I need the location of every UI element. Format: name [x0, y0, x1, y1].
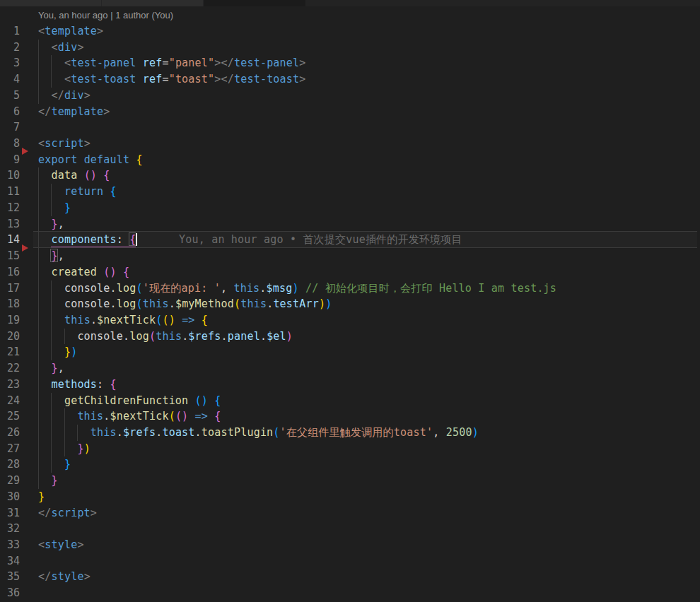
token-wh: [175, 314, 182, 326]
line-number[interactable]: 23: [0, 377, 20, 393]
code-line[interactable]: 3 <test-panel ref="panel"></test-panel>: [0, 55, 700, 71]
code-line[interactable]: 17 console.log('现在的api: ', this.$msg) //…: [0, 281, 700, 297]
codelens-blame-annotation[interactable]: You, an hour ago | 1 author (You): [38, 7, 173, 23]
code-line[interactable]: 11 return {: [0, 184, 700, 200]
code-line[interactable]: 5 </div>: [0, 88, 700, 104]
line-number[interactable]: 31: [0, 505, 20, 521]
code-line[interactable]: 23 methods: {: [0, 377, 700, 393]
token-fn: $nextTick: [97, 314, 156, 326]
line-number[interactable]: 11: [0, 184, 20, 200]
gutter-marker-red-triangle-icon[interactable]: [22, 244, 28, 252]
line-number[interactable]: 10: [0, 167, 20, 184]
code-line[interactable]: 13 },: [0, 216, 700, 232]
line-number[interactable]: 28: [0, 456, 20, 473]
code-line[interactable]: 21 }): [0, 344, 700, 360]
code-line[interactable]: 1<template>: [0, 23, 700, 40]
code-line[interactable]: 4 <test-toast ref="toast"></test-toast>: [0, 71, 700, 88]
code-line[interactable]: 15 },: [0, 248, 700, 264]
code-line[interactable]: 22 },: [0, 360, 700, 377]
code-line[interactable]: 28 }: [0, 456, 700, 473]
token-b1: (): [162, 314, 175, 326]
line-number[interactable]: 5: [0, 88, 20, 104]
line-number[interactable]: 20: [0, 329, 20, 345]
token-wh: [38, 233, 51, 246]
line-number[interactable]: 27: [0, 441, 20, 457]
token-wh: [38, 266, 51, 278]
code-line[interactable]: 9export default {: [0, 152, 700, 168]
line-number[interactable]: 1: [0, 23, 20, 40]
line-number[interactable]: 35: [0, 569, 20, 585]
code-line[interactable]: 31</script>: [0, 505, 700, 521]
line-number[interactable]: 4: [0, 71, 20, 88]
line-number[interactable]: 25: [0, 408, 20, 425]
line-number[interactable]: 3: [0, 55, 20, 71]
code-text: }): [38, 344, 77, 360]
code-line[interactable]: 2 <div>: [0, 40, 700, 56]
line-number[interactable]: 9: [0, 152, 20, 168]
line-number[interactable]: 18: [0, 296, 20, 312]
line-number[interactable]: 21: [0, 344, 20, 360]
token-wh: [38, 442, 77, 455]
code-text: },: [38, 216, 64, 232]
code-line[interactable]: 20 console.log(this.$refs.panel.$el): [0, 329, 700, 345]
gutter-marker-red-triangle-icon[interactable]: [22, 148, 28, 155]
line-number[interactable]: 30: [0, 489, 20, 505]
line-number[interactable]: 6: [0, 104, 20, 120]
line-number[interactable]: 15: [0, 248, 20, 264]
code-line[interactable]: 34: [0, 553, 700, 569]
token-wh: [136, 73, 142, 85]
line-number[interactable]: 33: [0, 537, 20, 553]
line-number[interactable]: 36: [0, 585, 20, 601]
code-editor[interactable]: 1<template>2 <div>3 <test-panel ref="pan…: [0, 23, 700, 601]
code-line[interactable]: 14 components: {You, an hour ago • 首次提交v…: [0, 232, 700, 248]
code-line[interactable]: 26 this.$refs.toast.toastPlugin('在父组件里触发…: [0, 425, 700, 441]
token-b1: (: [234, 297, 240, 310]
code-line[interactable]: 12 }: [0, 200, 700, 216]
line-number[interactable]: 32: [0, 521, 20, 537]
line-number[interactable]: 34: [0, 553, 20, 569]
code-line[interactable]: 32: [0, 521, 700, 537]
line-number[interactable]: 26: [0, 425, 20, 441]
line-number[interactable]: 12: [0, 200, 20, 216]
code-line[interactable]: 6</template>: [0, 104, 700, 120]
code-text: </template>: [38, 104, 110, 120]
token-wh: .: [117, 426, 123, 439]
bracket-match-box: [50, 249, 58, 262]
tab-active[interactable]: [204, 0, 305, 6]
code-line[interactable]: 35</style>: [0, 569, 700, 585]
token-attr: ref: [143, 57, 163, 69]
code-line[interactable]: 27 }): [0, 441, 700, 457]
token-wh: [38, 330, 77, 343]
line-number[interactable]: 13: [0, 216, 20, 232]
line-number[interactable]: 16: [0, 264, 20, 281]
line-number[interactable]: 22: [0, 360, 20, 377]
code-line[interactable]: 36: [0, 585, 700, 601]
line-number[interactable]: 8: [0, 136, 20, 152]
code-line[interactable]: 16 created () {: [0, 264, 700, 281]
line-number[interactable]: 19: [0, 312, 20, 329]
line-number[interactable]: 2: [0, 40, 20, 56]
line-number[interactable]: 24: [0, 393, 20, 409]
tab-inactive-1[interactable]: [0, 0, 101, 6]
token-wh: ,: [58, 218, 64, 230]
code-line[interactable]: 29 }: [0, 473, 700, 489]
token-wh: [38, 426, 91, 439]
line-number[interactable]: 7: [0, 119, 20, 136]
code-line[interactable]: 33<style>: [0, 537, 700, 553]
tab-inactive-2[interactable]: [102, 0, 203, 6]
code-line[interactable]: 7: [0, 119, 700, 136]
code-line[interactable]: 18 console.log(this.$myMethod(this.testA…: [0, 296, 700, 312]
code-line[interactable]: 19 this.$nextTick(() => {: [0, 312, 700, 329]
code-line[interactable]: 8<script>: [0, 136, 700, 152]
line-number[interactable]: 14: [0, 232, 20, 248]
token-wh: .: [182, 330, 188, 343]
code-line[interactable]: 10 data () {: [0, 167, 700, 184]
line-number[interactable]: 29: [0, 473, 20, 489]
code-text: console.log(this.$myMethod(this.testArr)…: [38, 296, 332, 312]
code-line[interactable]: 30}: [0, 489, 700, 505]
code-line[interactable]: 24 getChildrenFunction () {: [0, 393, 700, 409]
token-wh: .: [110, 282, 117, 295]
line-number[interactable]: 17: [0, 281, 20, 297]
token-kw: export: [38, 153, 77, 166]
code-line[interactable]: 25 this.$nextTick(() => {: [0, 408, 700, 425]
